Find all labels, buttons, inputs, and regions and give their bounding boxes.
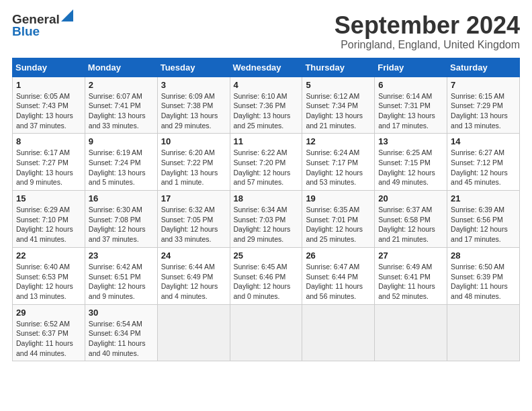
- day-info: Sunrise: 6:10 AM Sunset: 7:36 PM Dayligh…: [234, 91, 299, 131]
- day-number: 2: [89, 80, 154, 90]
- day-number: 8: [16, 136, 81, 146]
- day-number: 24: [161, 250, 226, 261]
- table-row: 5Sunrise: 6:12 AM Sunset: 7:34 PM Daylig…: [302, 77, 375, 134]
- day-number: 16: [89, 193, 154, 203]
- table-row: 13Sunrise: 6:25 AM Sunset: 7:15 PM Dayli…: [375, 134, 447, 191]
- calendar-week-row-5: 29Sunrise: 6:52 AM Sunset: 6:37 PM Dayli…: [13, 304, 520, 361]
- day-info: Sunrise: 6:40 AM Sunset: 6:53 PM Dayligh…: [16, 262, 81, 302]
- table-row: [375, 304, 447, 361]
- col-friday: Friday: [375, 58, 447, 77]
- day-info: Sunrise: 6:32 AM Sunset: 7:05 PM Dayligh…: [161, 205, 226, 244]
- location-title: Poringland, England, United Kingdom: [335, 39, 520, 51]
- table-row: 19Sunrise: 6:35 AM Sunset: 7:01 PM Dayli…: [302, 191, 375, 248]
- table-row: 11Sunrise: 6:22 AM Sunset: 7:20 PM Dayli…: [230, 134, 302, 191]
- table-row: 2Sunrise: 6:07 AM Sunset: 7:41 PM Daylig…: [85, 77, 157, 134]
- col-monday: Monday: [85, 58, 157, 77]
- day-number: 10: [161, 136, 226, 146]
- table-row: 27Sunrise: 6:49 AM Sunset: 6:41 PM Dayli…: [375, 247, 447, 304]
- table-row: 8Sunrise: 6:17 AM Sunset: 7:27 PM Daylig…: [13, 134, 85, 191]
- day-info: Sunrise: 6:30 AM Sunset: 7:08 PM Dayligh…: [89, 205, 154, 244]
- table-row: 28Sunrise: 6:50 AM Sunset: 6:39 PM Dayli…: [447, 247, 520, 304]
- day-number: 13: [378, 136, 443, 146]
- day-info: Sunrise: 6:52 AM Sunset: 6:37 PM Dayligh…: [16, 319, 81, 359]
- day-info: Sunrise: 6:14 AM Sunset: 7:31 PM Dayligh…: [378, 91, 443, 131]
- calendar-week-row-3: 15Sunrise: 6:29 AM Sunset: 7:10 PM Dayli…: [13, 191, 520, 248]
- table-row: 30Sunrise: 6:54 AM Sunset: 6:34 PM Dayli…: [85, 304, 157, 361]
- day-number: 28: [451, 250, 516, 261]
- day-info: Sunrise: 6:37 AM Sunset: 6:58 PM Dayligh…: [378, 205, 443, 244]
- table-row: [157, 304, 230, 361]
- col-thursday: Thursday: [302, 58, 375, 77]
- day-number: 20: [378, 193, 443, 203]
- day-number: 15: [16, 193, 81, 203]
- month-title: September 2024: [335, 12, 520, 39]
- table-row: [447, 304, 520, 361]
- table-row: 20Sunrise: 6:37 AM Sunset: 6:58 PM Dayli…: [375, 191, 447, 248]
- table-row: 7Sunrise: 6:15 AM Sunset: 7:29 PM Daylig…: [447, 77, 520, 134]
- day-number: 14: [451, 136, 516, 146]
- day-info: Sunrise: 6:39 AM Sunset: 6:56 PM Dayligh…: [451, 205, 516, 244]
- day-number: 18: [234, 193, 299, 203]
- day-number: 6: [378, 80, 443, 90]
- calendar-week-row-1: 1Sunrise: 6:05 AM Sunset: 7:43 PM Daylig…: [13, 77, 520, 134]
- day-number: 9: [89, 136, 154, 146]
- svg-marker-0: [61, 9, 73, 21]
- calendar-header-row: Sunday Monday Tuesday Wednesday Thursday…: [13, 58, 520, 77]
- day-info: Sunrise: 6:29 AM Sunset: 7:10 PM Dayligh…: [16, 205, 81, 244]
- calendar-week-row-4: 22Sunrise: 6:40 AM Sunset: 6:53 PM Dayli…: [13, 247, 520, 304]
- day-number: 7: [451, 80, 516, 90]
- day-info: Sunrise: 6:35 AM Sunset: 7:01 PM Dayligh…: [306, 205, 371, 244]
- table-row: 26Sunrise: 6:47 AM Sunset: 6:44 PM Dayli…: [302, 247, 375, 304]
- table-row: 6Sunrise: 6:14 AM Sunset: 7:31 PM Daylig…: [375, 77, 447, 134]
- title-area: September 2024 Poringland, England, Unit…: [335, 12, 520, 51]
- table-row: 16Sunrise: 6:30 AM Sunset: 7:08 PM Dayli…: [85, 191, 157, 248]
- table-row: 3Sunrise: 6:09 AM Sunset: 7:38 PM Daylig…: [157, 77, 230, 134]
- day-info: Sunrise: 6:27 AM Sunset: 7:12 PM Dayligh…: [451, 148, 516, 187]
- day-number: 17: [161, 193, 226, 203]
- day-number: 23: [89, 250, 154, 261]
- day-number: 27: [378, 250, 443, 261]
- logo: General Blue: [12, 12, 73, 39]
- day-info: Sunrise: 6:45 AM Sunset: 6:46 PM Dayligh…: [234, 262, 299, 302]
- day-number: 26: [306, 250, 371, 261]
- table-row: 4Sunrise: 6:10 AM Sunset: 7:36 PM Daylig…: [230, 77, 302, 134]
- day-number: 11: [234, 136, 299, 146]
- day-info: Sunrise: 6:42 AM Sunset: 6:51 PM Dayligh…: [89, 262, 154, 302]
- day-info: Sunrise: 6:15 AM Sunset: 7:29 PM Dayligh…: [451, 91, 516, 131]
- day-info: Sunrise: 6:49 AM Sunset: 6:41 PM Dayligh…: [378, 262, 443, 302]
- table-row: [302, 304, 375, 361]
- table-row: 14Sunrise: 6:27 AM Sunset: 7:12 PM Dayli…: [447, 134, 520, 191]
- day-number: 22: [16, 250, 81, 261]
- day-number: 19: [306, 193, 371, 203]
- table-row: 25Sunrise: 6:45 AM Sunset: 6:46 PM Dayli…: [230, 247, 302, 304]
- table-row: 22Sunrise: 6:40 AM Sunset: 6:53 PM Dayli…: [13, 247, 85, 304]
- day-info: Sunrise: 6:34 AM Sunset: 7:03 PM Dayligh…: [234, 205, 299, 244]
- day-number: 21: [451, 193, 516, 203]
- day-info: Sunrise: 6:44 AM Sunset: 6:49 PM Dayligh…: [161, 262, 226, 302]
- table-row: 23Sunrise: 6:42 AM Sunset: 6:51 PM Dayli…: [85, 247, 157, 304]
- table-row: 18Sunrise: 6:34 AM Sunset: 7:03 PM Dayli…: [230, 191, 302, 248]
- day-info: Sunrise: 6:22 AM Sunset: 7:20 PM Dayligh…: [234, 148, 299, 187]
- day-number: 12: [306, 136, 371, 146]
- table-row: 21Sunrise: 6:39 AM Sunset: 6:56 PM Dayli…: [447, 191, 520, 248]
- table-row: 15Sunrise: 6:29 AM Sunset: 7:10 PM Dayli…: [13, 191, 85, 248]
- day-info: Sunrise: 6:25 AM Sunset: 7:15 PM Dayligh…: [378, 148, 443, 187]
- day-info: Sunrise: 6:50 AM Sunset: 6:39 PM Dayligh…: [451, 262, 516, 302]
- day-number: 1: [16, 80, 81, 90]
- logo-blue: Blue: [12, 24, 40, 39]
- logo-arrow-icon: [61, 9, 73, 21]
- table-row: 1Sunrise: 6:05 AM Sunset: 7:43 PM Daylig…: [13, 77, 85, 134]
- calendar-table: Sunday Monday Tuesday Wednesday Thursday…: [12, 58, 520, 362]
- day-info: Sunrise: 6:24 AM Sunset: 7:17 PM Dayligh…: [306, 148, 371, 187]
- table-row: 24Sunrise: 6:44 AM Sunset: 6:49 PM Dayli…: [157, 247, 230, 304]
- header: General Blue September 2024 Poringland, …: [12, 12, 520, 51]
- col-sunday: Sunday: [13, 58, 85, 77]
- day-number: 5: [306, 80, 371, 90]
- table-row: 29Sunrise: 6:52 AM Sunset: 6:37 PM Dayli…: [13, 304, 85, 361]
- day-info: Sunrise: 6:17 AM Sunset: 7:27 PM Dayligh…: [16, 148, 81, 187]
- calendar-week-row-2: 8Sunrise: 6:17 AM Sunset: 7:27 PM Daylig…: [13, 134, 520, 191]
- table-row: [230, 304, 302, 361]
- day-number: 29: [16, 308, 81, 318]
- day-number: 3: [161, 80, 226, 90]
- day-info: Sunrise: 6:47 AM Sunset: 6:44 PM Dayligh…: [306, 262, 371, 302]
